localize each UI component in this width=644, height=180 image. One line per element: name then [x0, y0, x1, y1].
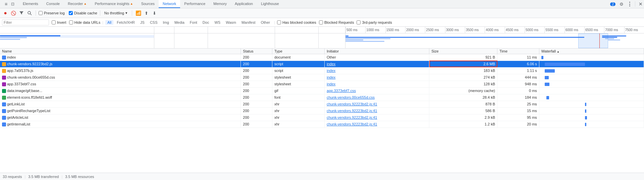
clear-button[interactable]: 🚫: [10, 10, 17, 16]
tab-memory[interactable]: Memory: [209, 0, 231, 8]
filter-separator-2: |: [274, 20, 275, 24]
col-header-initiator[interactable]: Initiator: [325, 49, 429, 54]
table-row[interactable]: chunk-vendors.92223bd2.js200scriptindex2…: [0, 61, 644, 67]
export-button[interactable]: ⬇: [151, 10, 158, 16]
initiator-link[interactable]: index: [327, 62, 335, 66]
has-blocked-cookies-checkbox[interactable]: [277, 20, 281, 24]
initiator-link[interactable]: chunk-vendors.92223bd2.js:41: [327, 102, 377, 106]
filter-js-button[interactable]: JS: [138, 20, 147, 25]
close-devtools-button[interactable]: ✕: [637, 1, 644, 7]
col-header-time[interactable]: Time: [497, 49, 539, 54]
hide-data-urls-checkbox[interactable]: [69, 20, 73, 24]
tab-network[interactable]: Network: [159, 0, 180, 8]
tab-recorder[interactable]: Recorder ▲: [64, 0, 91, 8]
preserve-log-label[interactable]: Preserve log: [39, 11, 65, 15]
table-row[interactable]: getArticleList200xhrchunk-vendors.92223b…: [0, 114, 644, 121]
filter-wasm-button[interactable]: Wasm: [224, 20, 238, 25]
throttling-select[interactable]: No throttling ▼: [103, 10, 129, 16]
record-button[interactable]: ●: [2, 10, 9, 16]
wifi-icon[interactable]: 📶: [135, 10, 142, 16]
third-party-checkbox[interactable]: [357, 20, 361, 24]
cell-status: 200: [241, 61, 272, 67]
initiator-link[interactable]: app.3373ebf7.css: [327, 89, 356, 93]
settings-button[interactable]: ⚙: [618, 1, 625, 7]
initiator-link[interactable]: chunk-vendors.92223bd2.js:41: [327, 122, 377, 126]
filter-fetch-xhr-button[interactable]: Fetch/XHR: [115, 20, 137, 25]
import-button[interactable]: ⬆: [143, 10, 150, 16]
initiator-link[interactable]: chunk-vendors.92223bd2.js:41: [327, 109, 377, 113]
more-options-button[interactable]: ⋮: [626, 1, 633, 7]
invert-checkbox[interactable]: [52, 20, 56, 24]
tab-console[interactable]: Console: [42, 0, 64, 8]
overview-time-col: [319, 33, 345, 48]
blocked-requests-label[interactable]: Blocked Requests: [319, 20, 354, 24]
table-row[interactable]: getInternalList200xhrchunk-vendors.92223…: [0, 121, 644, 127]
initiator-link[interactable]: index: [327, 82, 335, 86]
cell-initiator[interactable]: chunk-vendors.92223bd2.js:41: [325, 121, 429, 127]
disable-cache-checkbox[interactable]: [69, 11, 73, 15]
preserve-log-checkbox[interactable]: [39, 11, 43, 15]
initiator-link[interactable]: chunk-vendors.92223bd2.js:41: [327, 115, 377, 119]
filter-doc-button[interactable]: Doc: [201, 20, 211, 25]
filter-toggle-button[interactable]: [18, 10, 25, 16]
table-row[interactable]: getPointRechargeTypeList200xhrchunk-vend…: [0, 107, 644, 114]
tab-performance[interactable]: Performance: [180, 0, 209, 8]
cell-initiator[interactable]: index: [325, 81, 429, 87]
table-row[interactable]: element-icons.ff18efd1.woff200fontchunk-…: [0, 94, 644, 101]
filter-media-button[interactable]: Media: [172, 20, 186, 25]
table-scroll-area[interactable]: Name Status Type Initiator Size: [0, 49, 644, 173]
tick-3500ms: 3500 ms: [465, 27, 479, 33]
cell-initiator[interactable]: index: [325, 61, 429, 67]
filter-other-button[interactable]: Other: [259, 20, 272, 25]
tab-application[interactable]: Application: [231, 0, 257, 8]
red-vertical-line: [599, 33, 600, 48]
cell-size: 1.2 kB: [429, 121, 497, 127]
table-row[interactable]: getLinkList200xhrchunk-vendors.92223bd2.…: [0, 101, 644, 107]
col-header-name[interactable]: Name: [0, 49, 241, 54]
search-button[interactable]: [26, 10, 33, 16]
table-row[interactable]: data:image/gif;base...200gifapp.3373ebf7…: [0, 87, 644, 94]
cell-initiator[interactable]: chunk-vendors.92223bd2.js:41: [325, 107, 429, 114]
cell-initiator[interactable]: chunk-vendors.00ce655d.css: [325, 94, 429, 101]
tab-performance-insights[interactable]: Performance insights ▲: [91, 0, 137, 8]
table-row[interactable]: app.3373ebf7.css200stylesheetindex128 kB…: [0, 81, 644, 87]
filter-all-button[interactable]: All: [105, 20, 113, 25]
tab-lighthouse[interactable]: Lighthouse: [257, 0, 283, 8]
blocked-requests-checkbox[interactable]: [319, 20, 323, 24]
initiator-link[interactable]: index: [327, 69, 335, 73]
dock-icon[interactable]: ⊡: [9, 1, 16, 7]
tick-6000ms: 6000 ms: [565, 27, 578, 33]
table-row[interactable]: chunk-vendors.00ce655d.css200stylesheeti…: [0, 74, 644, 81]
filter-css-button[interactable]: CSS: [148, 20, 160, 25]
col-header-waterfall[interactable]: Waterfall ▲: [539, 49, 644, 54]
badge-button[interactable]: 2: [609, 1, 617, 7]
has-blocked-cookies-label[interactable]: Has blocked cookies: [277, 20, 316, 24]
filter-input[interactable]: [2, 19, 49, 25]
cell-initiator[interactable]: chunk-vendors.92223bd2.js:41: [325, 114, 429, 121]
disable-cache-label[interactable]: Disable cache: [69, 11, 97, 15]
cell-size: 128 kB: [429, 81, 497, 87]
table-row[interactable]: index200documentOther921 B11 ms: [0, 54, 644, 61]
waterfall-sort-arrow: ▲: [557, 50, 559, 53]
col-header-type[interactable]: Type: [272, 49, 324, 54]
cell-initiator[interactable]: chunk-vendors.92223bd2.js:41: [325, 101, 429, 107]
cell-initiator[interactable]: app.3373ebf7.css: [325, 87, 429, 94]
cell-initiator[interactable]: index: [325, 74, 429, 81]
expand-icon[interactable]: ≡: [3, 1, 9, 7]
filter-img-button[interactable]: Img: [161, 20, 171, 25]
invert-filter-label[interactable]: Invert: [52, 20, 66, 24]
tab-elements[interactable]: Elements: [19, 0, 42, 8]
filter-font-button[interactable]: Font: [188, 20, 199, 25]
cell-initiator[interactable]: index: [325, 67, 429, 74]
filter-manifest-button[interactable]: Manifest: [239, 20, 258, 25]
filter-ws-button[interactable]: WS: [212, 20, 222, 25]
table-row[interactable]: app.7a5f137b.js200scriptindex183 kB1.11 …: [0, 67, 644, 74]
col-header-status[interactable]: Status: [241, 49, 272, 54]
cell-status: 200: [241, 94, 272, 101]
initiator-link[interactable]: index: [327, 75, 335, 79]
third-party-requests-label[interactable]: 3rd-party requests: [357, 20, 392, 24]
tab-sources[interactable]: Sources: [137, 0, 159, 8]
col-header-size[interactable]: Size: [429, 49, 497, 54]
initiator-link[interactable]: chunk-vendors.00ce655d.css: [327, 95, 375, 99]
hide-data-urls-label[interactable]: Hide data URLs: [69, 20, 101, 24]
